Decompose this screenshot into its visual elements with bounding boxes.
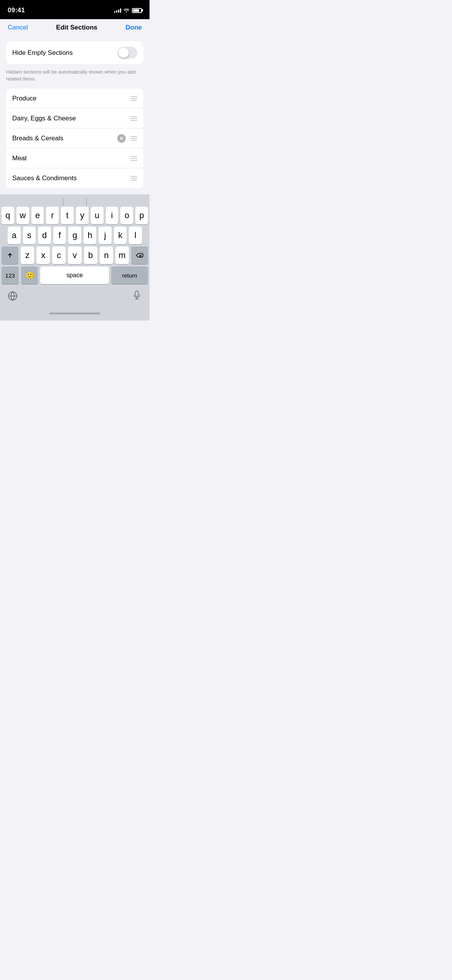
keyboard-row-4: 123 🙂 space return <box>2 266 148 284</box>
drag-handle-icon[interactable] <box>130 135 137 142</box>
key-g[interactable]: g <box>68 227 81 244</box>
key-y[interactable]: y <box>76 207 89 224</box>
hide-empty-sections-label: Hide Empty Sections <box>12 49 73 57</box>
key-x[interactable]: x <box>36 247 50 264</box>
drag-handle-icon[interactable] <box>130 95 137 102</box>
hide-empty-sections-row: Hide Empty Sections <box>6 41 143 64</box>
key-k[interactable]: k <box>114 227 127 244</box>
section-name-input[interactable] <box>12 174 130 182</box>
signal-bars-icon <box>114 8 121 13</box>
battery-icon <box>132 8 142 13</box>
emoji-key[interactable]: 🙂 <box>21 266 38 284</box>
svg-rect-5 <box>135 291 138 296</box>
key-e[interactable]: e <box>31 207 44 224</box>
key-h[interactable]: h <box>84 227 97 244</box>
key-z[interactable]: z <box>21 247 34 264</box>
status-icons <box>114 8 142 13</box>
page-title: Edit Sections <box>56 24 97 31</box>
table-row <box>6 89 143 109</box>
done-button[interactable]: Done <box>125 24 142 31</box>
key-c[interactable]: c <box>52 247 66 264</box>
section-name-active-input[interactable] <box>12 135 117 142</box>
key-d[interactable]: d <box>38 227 51 244</box>
sections-list <box>6 89 143 188</box>
wifi-icon <box>123 8 130 13</box>
table-row <box>6 128 143 148</box>
keyboard-row-3: z x c v b n m <box>2 247 148 264</box>
key-v[interactable]: v <box>68 247 81 264</box>
status-time: 09:41 <box>8 7 25 14</box>
globe-icon[interactable] <box>3 287 22 305</box>
section-name-input[interactable] <box>12 155 130 162</box>
clear-icon[interactable] <box>117 134 126 143</box>
status-bar: 09:41 <box>0 0 150 19</box>
table-row <box>6 109 143 128</box>
toggle-hint: Hidden sections will be automatically sh… <box>0 67 150 87</box>
key-f[interactable]: f <box>53 227 66 244</box>
key-w[interactable]: w <box>16 207 29 224</box>
key-p[interactable]: p <box>135 207 148 224</box>
key-r[interactable]: r <box>46 207 59 224</box>
key-q[interactable]: q <box>2 207 14 224</box>
table-row <box>6 168 143 188</box>
keyboard-bottom-row <box>2 286 148 308</box>
key-l[interactable]: l <box>129 227 142 244</box>
numbers-key[interactable]: 123 <box>2 266 19 284</box>
drag-handle-icon[interactable] <box>130 174 137 182</box>
keyboard: q w e r t y u i o p a s d f g h j k l z … <box>0 194 150 309</box>
cursor-area <box>2 197 148 207</box>
table-row <box>6 148 143 168</box>
key-o[interactable]: o <box>120 207 133 224</box>
nav-header: Cancel Edit Sections Done <box>0 19 150 38</box>
return-key[interactable]: return <box>111 266 148 284</box>
key-a[interactable]: a <box>8 227 21 244</box>
key-m[interactable]: m <box>115 247 129 264</box>
toggle-knob <box>118 48 129 58</box>
keyboard-row-2: a s d f g h j k l <box>2 227 148 244</box>
section-name-input[interactable] <box>12 115 130 122</box>
key-n[interactable]: n <box>100 247 113 264</box>
drag-handle-icon[interactable] <box>130 115 137 122</box>
cancel-button[interactable]: Cancel <box>8 24 28 31</box>
hide-empty-sections-toggle[interactable] <box>118 47 137 59</box>
keyboard-row-1: q w e r t y u i o p <box>2 207 148 224</box>
microphone-icon[interactable] <box>127 287 146 305</box>
key-i[interactable]: i <box>106 207 118 224</box>
space-key[interactable]: space <box>40 266 109 284</box>
key-u[interactable]: u <box>91 207 104 224</box>
content-area: Hide Empty Sections Hidden sections will… <box>0 41 150 191</box>
cursor-line <box>86 198 87 206</box>
home-indicator-bar <box>49 312 100 314</box>
key-t[interactable]: t <box>61 207 74 224</box>
key-b[interactable]: b <box>84 247 97 264</box>
backspace-key[interactable] <box>131 247 148 264</box>
shift-key[interactable] <box>2 247 18 264</box>
home-indicator-area <box>0 309 150 321</box>
key-j[interactable]: j <box>99 227 112 244</box>
section-name-input[interactable] <box>12 95 130 102</box>
drag-handle-icon[interactable] <box>130 155 137 162</box>
key-s[interactable]: s <box>23 227 36 244</box>
cursor-line <box>63 198 63 206</box>
